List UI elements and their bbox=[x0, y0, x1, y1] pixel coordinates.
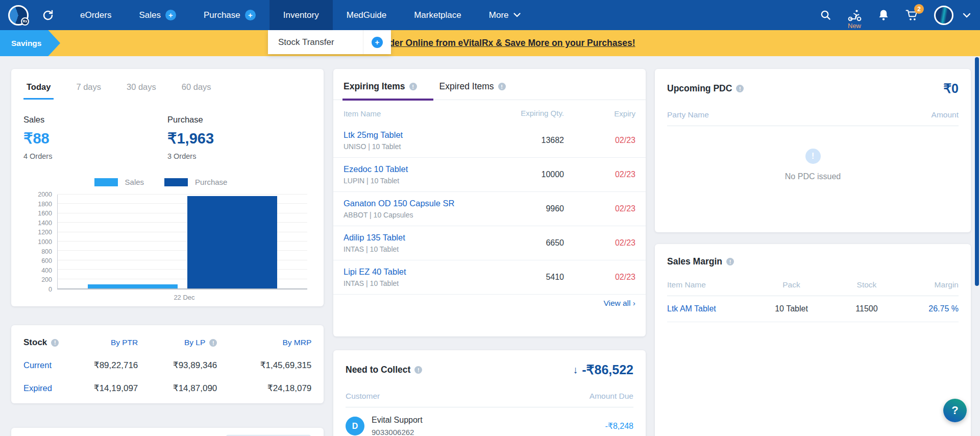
dashboard-main: Today 7 days 30 days 60 days Sales ₹88 4… bbox=[0, 56, 980, 436]
info-icon[interactable]: ! bbox=[498, 83, 506, 90]
margin-card-title: Sales Margin! bbox=[667, 256, 734, 267]
legend-label-sales: Sales bbox=[125, 178, 144, 186]
refresh-icon[interactable] bbox=[42, 9, 54, 21]
overview-metrics: Sales ₹88 4 Orders Purchase ₹1,963 3 Ord… bbox=[23, 115, 311, 160]
tab-7-days[interactable]: 7 days bbox=[73, 81, 104, 100]
bar-purchase bbox=[187, 196, 277, 288]
collect-table-header: Customer Amount Due bbox=[346, 392, 633, 407]
pdc-total: ₹0 bbox=[943, 81, 959, 96]
cart-icon[interactable]: 2 bbox=[905, 9, 919, 21]
nav-item-more[interactable]: More bbox=[475, 0, 534, 30]
col-amount: Amount bbox=[932, 110, 959, 119]
nav-item-inventory[interactable]: Inventory bbox=[270, 0, 333, 30]
nav-item-medguide[interactable]: MedGuide bbox=[333, 0, 400, 30]
y-axis-tick: 0 bbox=[48, 286, 52, 293]
stock-header-by-mrp[interactable]: By MRP bbox=[217, 338, 311, 347]
table-row: Ltk AM Tablet 10 Tablet 11500 26.75 % bbox=[667, 296, 959, 322]
tab-60-days[interactable]: 60 days bbox=[179, 81, 214, 100]
tab-expired-items[interactable]: Expired Items! bbox=[439, 81, 506, 100]
top-navbar: Rx eOrders Sales+ Purchase+ Inventory Me… bbox=[0, 0, 980, 30]
table-row: D Evital Support 9033006262 -₹8,248 bbox=[346, 407, 633, 436]
item-name-link[interactable]: Ltk 25mg Tablet bbox=[344, 130, 516, 140]
evitalrx-logo-icon[interactable]: Rx bbox=[8, 5, 29, 26]
info-icon[interactable]: ! bbox=[409, 83, 417, 90]
delivery-scooter-icon[interactable]: New bbox=[847, 9, 862, 22]
dashboard-screen: Rx eOrders Sales+ Purchase+ Inventory Me… bbox=[0, 0, 980, 436]
profile-chevron-down-icon[interactable] bbox=[963, 13, 971, 18]
y-axis-tick: 1400 bbox=[38, 220, 52, 227]
purchase-metric: Purchase ₹1,963 3 Orders bbox=[167, 115, 311, 160]
item-name-link[interactable]: Adilip 135 Tablet bbox=[344, 233, 516, 243]
purchase-label: Purchase bbox=[167, 115, 311, 125]
collect-card-title: Need to Collect! bbox=[346, 365, 422, 375]
nav-menu: eOrders Sales+ Purchase+ Inventory MedGu… bbox=[66, 0, 534, 30]
info-icon[interactable]: ! bbox=[736, 85, 744, 92]
expiring-qty: 5410 bbox=[516, 273, 564, 282]
y-axis-tick: 1800 bbox=[38, 201, 52, 208]
expiring-qty: 10000 bbox=[516, 170, 564, 179]
gridline bbox=[58, 194, 307, 195]
nav-item-sales[interactable]: Sales+ bbox=[125, 0, 190, 30]
purchase-plus-icon[interactable]: + bbox=[245, 10, 256, 20]
nav-right-icons: New 2 bbox=[820, 6, 971, 25]
nav-item-marketplace[interactable]: Marketplace bbox=[400, 0, 475, 30]
expiry-date: 02/23 bbox=[564, 204, 635, 213]
col-item-name: Item Name bbox=[667, 280, 749, 289]
info-icon[interactable]: ! bbox=[414, 366, 422, 374]
expiry-date: 02/23 bbox=[564, 136, 635, 145]
info-icon[interactable]: ! bbox=[209, 339, 217, 347]
view-all-link[interactable]: View all › bbox=[333, 295, 646, 308]
page-scrollbar-thumb[interactable] bbox=[975, 57, 979, 286]
search-icon[interactable] bbox=[820, 9, 831, 21]
savings-ribbon: Savings bbox=[0, 30, 60, 56]
item-name-link[interactable]: Ltk AM Tablet bbox=[667, 304, 749, 313]
period-tabs: Today 7 days 30 days 60 days bbox=[23, 81, 311, 100]
expiring-qty: 9960 bbox=[516, 204, 564, 213]
chevron-down-icon bbox=[513, 13, 521, 17]
col-party-name: Party Name bbox=[667, 110, 709, 119]
chart-y-axis: 0200400600800100012001400160018002000 bbox=[23, 195, 52, 289]
nav-item-eorders[interactable]: eOrders bbox=[66, 0, 125, 30]
customer-name[interactable]: Evital Support bbox=[372, 416, 423, 425]
expired-ptr-value: ₹14,19,097 bbox=[59, 383, 138, 394]
legend-swatch-sales bbox=[94, 178, 118, 186]
tab-expiring-items[interactable]: Expiring Items! bbox=[344, 81, 417, 100]
item-subtitle: ABBOT | 10 Capsules bbox=[344, 211, 516, 219]
down-arrow-icon: ↓ bbox=[573, 364, 578, 376]
avatar[interactable] bbox=[934, 6, 953, 25]
sales-purchase-overview-card: Today 7 days 30 days 60 days Sales ₹88 4… bbox=[11, 69, 324, 306]
stock-card: Stock! By PTR By LP! By MRP Current ₹89,… bbox=[11, 325, 324, 403]
stock-row-current-label[interactable]: Current bbox=[23, 360, 59, 370]
tab-30-days[interactable]: 30 days bbox=[124, 81, 159, 100]
info-icon[interactable]: ! bbox=[726, 258, 734, 265]
chart-legend: Sales Purchase bbox=[23, 178, 311, 186]
info-icon[interactable]: ! bbox=[51, 339, 59, 347]
sales-margin-card: Sales Margin! Item Name Pack Stock Margi… bbox=[655, 244, 971, 436]
stock-transfer-add-button[interactable]: + bbox=[363, 30, 391, 54]
item-subtitle: UNISO | 10 Tablet bbox=[344, 142, 516, 151]
stock-header-by-ptr[interactable]: By PTR bbox=[59, 338, 138, 347]
item-name-link[interactable]: Lipi EZ 40 Tablet bbox=[344, 267, 516, 277]
menu-item-stock-transfer[interactable]: Stock Transfer bbox=[268, 37, 363, 47]
expiring-items-card: Expiring Items! Expired Items! Item Name… bbox=[333, 69, 646, 336]
stock-header-by-lp[interactable]: By LP! bbox=[138, 338, 217, 347]
sales-value: ₹88 bbox=[23, 130, 167, 147]
table-row: Ltk 25mg TabletUNISO | 10 Tablet 13682 0… bbox=[333, 124, 646, 158]
item-subtitle: INTAS | 10 Tablet bbox=[344, 245, 516, 253]
stock-card-title: Stock! bbox=[23, 337, 59, 348]
stock-row-expired-label[interactable]: Expired bbox=[23, 383, 59, 393]
expiry-table-header: Item Name Expiring Qty. Expiry bbox=[333, 100, 646, 124]
nav-item-purchase[interactable]: Purchase+ bbox=[190, 0, 270, 30]
purchase-orders-count: 3 Orders bbox=[167, 152, 311, 160]
y-axis-tick: 1200 bbox=[38, 229, 52, 236]
staff-operations-card: Staff Operations bbox=[11, 428, 324, 436]
sales-plus-icon[interactable]: + bbox=[165, 10, 176, 20]
promo-banner-link[interactable]: Order Online from eVitalRx & Save More o… bbox=[379, 30, 635, 56]
y-axis-tick: 800 bbox=[41, 248, 52, 255]
item-name-link[interactable]: Ezedoc 10 Tablet bbox=[344, 164, 516, 174]
help-button[interactable]: ? bbox=[943, 399, 967, 422]
item-name-link[interactable]: Ganaton OD 150 Capsule SR bbox=[344, 199, 516, 208]
rx-badge-icon: Rx bbox=[21, 17, 29, 26]
notification-bell-icon[interactable] bbox=[877, 9, 890, 21]
tab-today[interactable]: Today bbox=[23, 81, 54, 100]
